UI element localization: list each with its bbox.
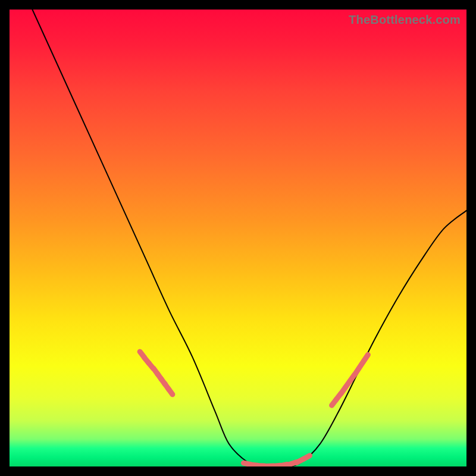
data-marker (168, 389, 173, 394)
data-marker (303, 456, 310, 459)
data-marker (364, 355, 368, 361)
data-marker (280, 465, 287, 466)
chart-frame: TheBottleneck.com (0, 0, 476, 476)
chart-svg (10, 10, 466, 466)
marker-layer (140, 352, 368, 466)
plot-area: TheBottleneck.com (10, 10, 466, 466)
bottleneck-curve (32, 10, 466, 466)
